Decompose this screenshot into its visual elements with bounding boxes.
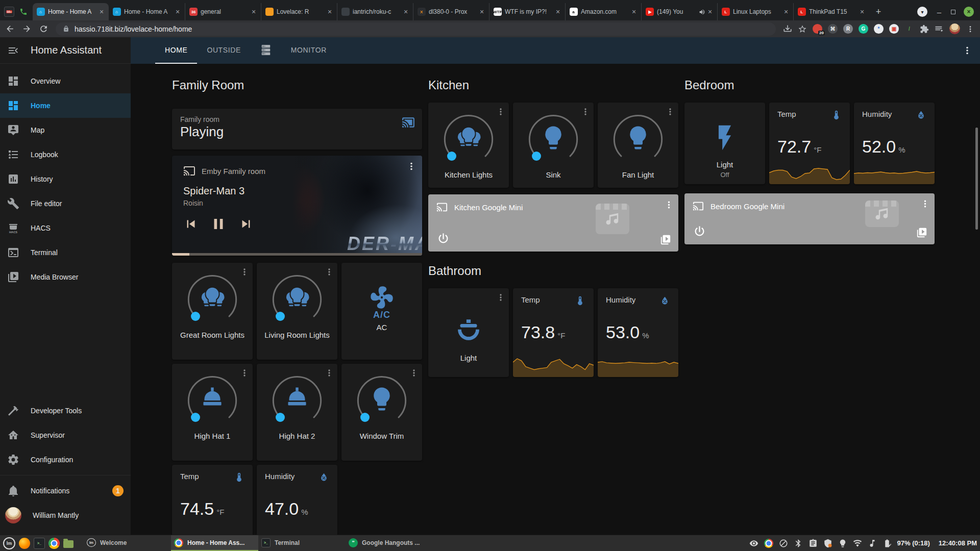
dial-handle[interactable] [532,152,541,161]
dial-handle[interactable] [447,152,456,161]
light-button-card[interactable]: Light [428,288,509,377]
more-options-icon[interactable] [239,267,250,277]
pause-button[interactable] [210,215,227,233]
extension-icon[interactable]: R [843,24,853,34]
browser-tab[interactable]: ▶ (149) You × [641,3,717,20]
window-button[interactable]: Terminal [258,535,346,551]
tray-icon[interactable] [838,539,847,548]
browser-tab[interactable]: X dl380-0 - Prox × [413,3,489,20]
dial-handle[interactable] [276,312,285,321]
sidebar-item[interactable]: Logbook [0,142,131,167]
browser-menu-icon[interactable] [966,24,975,34]
sidebar-item[interactable]: History [0,167,131,191]
extension-icon[interactable]: * [874,24,884,34]
tray-icon[interactable] [779,539,788,548]
browser-tab[interactable]: L ThinkPad T15 × [793,3,869,20]
extensions-menu-icon[interactable] [920,24,929,34]
sidebar-item[interactable]: Home [0,93,131,118]
progress-bar[interactable] [172,253,422,256]
window-button[interactable]: Google Hangouts ... [346,535,433,551]
header-menu-icon[interactable] [962,45,973,56]
tray-icon[interactable] [764,539,773,548]
window-button[interactable]: Welcome [84,535,171,551]
brightness-dial[interactable] [609,111,667,168]
light-button-card[interactable]: Great Room Lights [172,263,253,360]
browse-media-icon[interactable] [660,234,671,245]
sidebar-item[interactable]: Media Browser [0,265,131,289]
more-options-icon[interactable] [324,267,334,277]
tab-close-icon[interactable]: × [783,8,789,15]
sidebar-item[interactable]: Map [0,118,131,142]
extension-icon[interactable]: 20 [813,24,822,34]
back-button[interactable] [5,24,15,34]
close-window-button[interactable] [964,7,974,17]
view-tab[interactable]: HOME [155,37,197,64]
browser-tab[interactable]: 36 general × [185,3,261,20]
light-button-card[interactable]: High Hat 1 [172,364,253,461]
google-mini-card[interactable]: Bedroom Google Mini [684,193,935,244]
browser-tab[interactable]: a Amazon.com × [565,3,641,20]
sensor-card[interactable]: Temp 72.7 °F [769,103,850,184]
browser-profile-avatar[interactable] [949,23,960,34]
brightness-dial[interactable] [525,111,582,168]
extension-icon[interactable]: G [859,24,868,34]
clock[interactable]: 12:40:08 PM [939,539,977,547]
window-button[interactable]: Home - Home Ass... [171,535,258,551]
tab-close-icon[interactable]: × [631,8,637,15]
previous-button[interactable] [183,216,199,232]
sidebar-item[interactable]: Configuration [0,447,131,472]
light-button-card[interactable]: Living Room Lights [257,263,337,360]
pinned-tab-icon[interactable] [18,7,29,17]
bookmark-icon[interactable] [798,24,807,34]
sidebar-item[interactable]: File editor [0,191,131,216]
brightness-dial[interactable] [268,271,326,328]
tray-icon[interactable] [823,539,832,548]
browser-tab[interactable]: ⌂ Home - Home A × [109,3,185,20]
brightness-dial[interactable] [353,372,410,429]
light-button-card[interactable]: Light Off [684,103,765,184]
launcher-icon[interactable] [3,537,15,549]
brightness-dial[interactable] [184,271,241,328]
sensor-card[interactable]: Humidity 47.0 % [257,465,337,535]
dial-handle[interactable] [276,413,285,422]
brightness-dial[interactable] [268,372,326,429]
reload-button[interactable] [39,24,48,34]
extension-icon[interactable]: ⌘ [828,24,838,34]
browser-tab[interactable]: iantrich/roku-c × [337,3,413,20]
light-button-card[interactable]: High Hat 2 [257,364,337,461]
sidebar-item[interactable]: Terminal [0,240,131,265]
download-icon[interactable] [783,24,792,34]
browser-tab[interactable]: WTF WTF is my IP?! × [489,3,565,20]
extension-icon[interactable]: / [904,24,914,34]
google-mini-card[interactable]: Kitchen Google Mini [428,194,678,252]
more-options-icon[interactable] [664,199,674,210]
tab-close-icon[interactable]: × [479,8,485,15]
tray-icon[interactable] [749,539,758,548]
tab-close-icon[interactable]: × [403,8,409,15]
launcher-icon[interactable] [48,538,60,549]
tab-close-icon[interactable]: × [99,8,105,15]
browser-tab[interactable]: Lovelace: R × [261,3,337,20]
sidebar-item[interactable]: Supervisor [0,423,131,447]
more-options-icon[interactable] [580,107,591,117]
launcher-icon[interactable] [34,538,45,549]
launcher-icon[interactable] [19,538,30,549]
sidebar-toggle-icon[interactable] [7,44,19,57]
tab-close-icon[interactable]: × [707,8,713,15]
next-button[interactable] [238,216,254,232]
sensor-card[interactable]: Humidity 53.0 % [598,288,678,377]
power-button[interactable] [693,224,706,238]
light-button-card[interactable]: Fan Light [598,103,678,188]
dial-handle[interactable] [360,413,370,422]
playlist-icon[interactable] [935,24,944,34]
tab-audio-icon[interactable] [699,9,705,15]
light-button-card[interactable]: Sink [513,103,594,188]
sidebar-profile[interactable]: William Mantly [0,503,131,528]
tab-search-icon[interactable] [917,7,927,17]
tray-icon[interactable] [853,539,862,548]
more-options-icon[interactable] [496,107,506,117]
media-player-card[interactable]: DER-MAI Emby Family room Spider-Man 3 Ro… [172,156,422,256]
more-options-icon[interactable] [324,368,334,378]
browser-tab[interactable]: ⌂ Home - Home A × [33,3,109,20]
brightness-dial[interactable] [184,372,241,429]
